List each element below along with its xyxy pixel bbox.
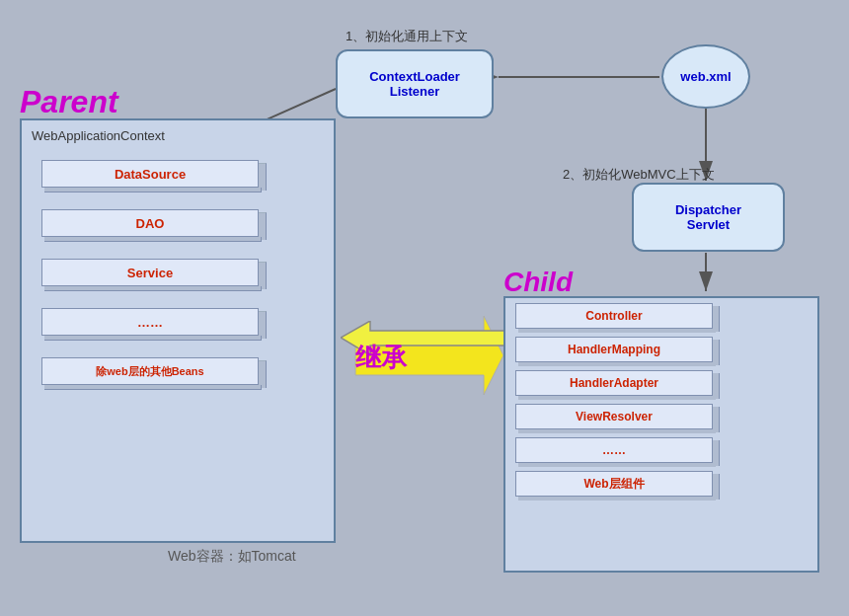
list-item: …… [41,308,259,336]
context-loader-label: ContextLoaderListener [369,69,460,99]
handleradapter-bar: HandlerAdapter [515,370,713,396]
dispatcher-label: DispatcherServlet [675,202,741,232]
list-item: HandlerAdapter [515,370,713,396]
parent-bars: DataSource DAO Service …… 除web层的其他Beans [41,160,259,393]
arrow-label-2: 2、初始化WebMVC上下文 [563,166,715,184]
list-item: DAO [41,209,259,237]
other-beans-bar: 除web层的其他Beans [41,357,259,385]
list-item: …… [515,437,713,463]
handlermapping-bar: HandlerMapping [515,337,713,362]
webxml-label: web.xml [680,69,731,84]
dots-bar: …… [41,308,259,336]
parent-container: WebApplicationContext DataSource DAO Ser… [20,118,336,543]
viewresolver-bar: ViewResolver [515,404,713,429]
datasource-bar: DataSource [41,160,259,188]
parent-label: Parent [20,84,118,120]
list-item: ViewResolver [515,404,713,429]
list-item: Service [41,259,259,286]
list-item: 除web层的其他Beans [41,357,259,385]
webxml-oval: web.xml [661,44,750,109]
child-dots-bar: …… [515,437,713,463]
dao-bar: DAO [41,209,259,237]
list-item: Web层组件 [515,471,713,497]
arrow-label-1: 1、初始化通用上下文 [346,28,468,45]
child-container: Controller HandlerMapping HandlerAdapter… [503,296,819,573]
list-item: DataSource [41,160,259,188]
webapp-context-label: WebApplicationContext [32,128,165,143]
list-item: HandlerMapping [515,337,713,362]
context-loader-box: ContextLoaderListener [336,49,494,118]
child-bars: Controller HandlerMapping HandlerAdapter… [515,303,713,497]
inherit-label: 继承 [355,341,407,375]
service-bar: Service [41,259,259,286]
controller-bar: Controller [515,303,713,329]
web-component-bar: Web层组件 [515,471,713,497]
list-item: Controller [515,303,713,329]
web-container-label: Web容器：如Tomcat [168,548,296,566]
dispatcher-box: DispatcherServlet [632,183,785,252]
child-label: Child [503,267,573,298]
